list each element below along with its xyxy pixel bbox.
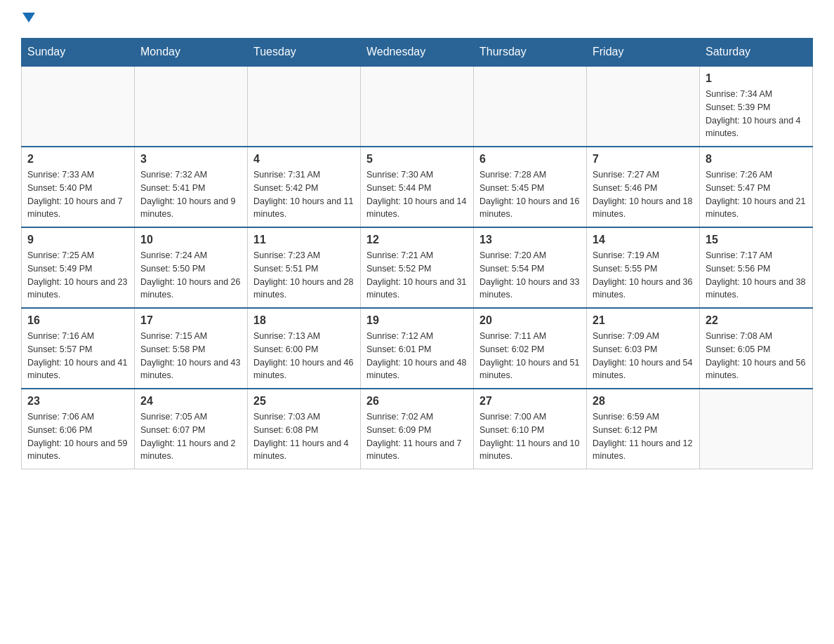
weekday-header-wednesday: Wednesday [361, 39, 474, 67]
calendar-cell: 11Sunrise: 7:23 AM Sunset: 5:51 PM Dayli… [248, 227, 361, 308]
day-info: Sunrise: 7:19 AM Sunset: 5:55 PM Dayligh… [593, 249, 694, 302]
day-number: 27 [479, 395, 581, 408]
day-info: Sunrise: 7:23 AM Sunset: 5:51 PM Dayligh… [253, 249, 355, 302]
day-number: 8 [706, 153, 807, 166]
day-info: Sunrise: 7:15 AM Sunset: 5:58 PM Dayligh… [140, 330, 241, 382]
day-number: 6 [479, 153, 581, 166]
day-number: 17 [140, 314, 241, 327]
day-number: 11 [253, 234, 355, 246]
day-number: 13 [479, 234, 581, 246]
calendar-cell: 28Sunrise: 6:59 AM Sunset: 6:12 PM Dayli… [587, 389, 700, 469]
day-number: 15 [706, 234, 807, 246]
day-info: Sunrise: 7:06 AM Sunset: 6:06 PM Dayligh… [27, 410, 128, 463]
calendar-cell: 24Sunrise: 7:05 AM Sunset: 6:07 PM Dayli… [135, 389, 248, 469]
calendar-cell [587, 66, 700, 147]
calendar-cell: 4Sunrise: 7:31 AM Sunset: 5:42 PM Daylig… [248, 147, 361, 227]
calendar-cell: 9Sunrise: 7:25 AM Sunset: 5:49 PM Daylig… [22, 227, 135, 308]
week-row-4: 16Sunrise: 7:16 AM Sunset: 5:57 PM Dayli… [22, 308, 813, 389]
day-number: 25 [253, 395, 355, 408]
weekday-header-friday: Friday [587, 39, 700, 67]
day-info: Sunrise: 7:21 AM Sunset: 5:52 PM Dayligh… [366, 249, 468, 302]
day-info: Sunrise: 7:08 AM Sunset: 6:05 PM Dayligh… [706, 330, 807, 382]
day-info: Sunrise: 7:25 AM Sunset: 5:49 PM Dayligh… [27, 249, 128, 302]
day-info: Sunrise: 7:34 AM Sunset: 5:39 PM Dayligh… [706, 88, 807, 140]
calendar-cell: 14Sunrise: 7:19 AM Sunset: 5:55 PM Dayli… [587, 227, 700, 308]
calendar-cell [361, 66, 474, 147]
day-number: 9 [27, 234, 128, 246]
logo [21, 14, 35, 24]
week-row-3: 9Sunrise: 7:25 AM Sunset: 5:49 PM Daylig… [22, 227, 813, 308]
calendar-cell [22, 66, 135, 147]
day-number: 28 [593, 395, 694, 408]
calendar-cell [135, 66, 248, 147]
day-info: Sunrise: 7:33 AM Sunset: 5:40 PM Dayligh… [27, 168, 128, 221]
week-row-2: 2Sunrise: 7:33 AM Sunset: 5:40 PM Daylig… [22, 147, 813, 227]
day-info: Sunrise: 7:27 AM Sunset: 5:46 PM Dayligh… [593, 168, 694, 221]
day-info: Sunrise: 7:11 AM Sunset: 6:02 PM Dayligh… [479, 330, 581, 382]
day-info: Sunrise: 7:32 AM Sunset: 5:41 PM Dayligh… [140, 168, 241, 221]
calendar-cell: 19Sunrise: 7:12 AM Sunset: 6:01 PM Dayli… [361, 308, 474, 389]
calendar-cell: 7Sunrise: 7:27 AM Sunset: 5:46 PM Daylig… [587, 147, 700, 227]
day-number: 19 [366, 314, 468, 327]
logo-triangle-icon [22, 13, 35, 22]
calendar-cell: 5Sunrise: 7:30 AM Sunset: 5:44 PM Daylig… [361, 147, 474, 227]
calendar-cell: 10Sunrise: 7:24 AM Sunset: 5:50 PM Dayli… [135, 227, 248, 308]
day-info: Sunrise: 7:16 AM Sunset: 5:57 PM Dayligh… [27, 330, 128, 382]
calendar-cell: 26Sunrise: 7:02 AM Sunset: 6:09 PM Dayli… [361, 389, 474, 469]
day-number: 22 [706, 314, 807, 327]
day-number: 21 [593, 314, 694, 327]
calendar-cell: 17Sunrise: 7:15 AM Sunset: 5:58 PM Dayli… [135, 308, 248, 389]
day-info: Sunrise: 7:17 AM Sunset: 5:56 PM Dayligh… [706, 249, 807, 302]
day-number: 1 [706, 72, 807, 85]
calendar-cell [248, 66, 361, 147]
day-number: 2 [27, 153, 128, 166]
day-info: Sunrise: 7:28 AM Sunset: 5:45 PM Dayligh… [479, 168, 581, 221]
page-header [21, 14, 813, 24]
weekday-header-saturday: Saturday [700, 39, 813, 67]
day-info: Sunrise: 7:26 AM Sunset: 5:47 PM Dayligh… [706, 168, 807, 221]
calendar-cell [474, 66, 587, 147]
day-info: Sunrise: 7:20 AM Sunset: 5:54 PM Dayligh… [479, 249, 581, 302]
calendar-cell [700, 389, 813, 469]
day-info: Sunrise: 7:31 AM Sunset: 5:42 PM Dayligh… [253, 168, 355, 221]
day-number: 18 [253, 314, 355, 327]
day-info: Sunrise: 7:13 AM Sunset: 6:00 PM Dayligh… [253, 330, 355, 382]
calendar-header-row: SundayMondayTuesdayWednesdayThursdayFrid… [22, 39, 813, 67]
calendar-cell: 16Sunrise: 7:16 AM Sunset: 5:57 PM Dayli… [22, 308, 135, 389]
weekday-header-monday: Monday [135, 39, 248, 67]
weekday-header-thursday: Thursday [474, 39, 587, 67]
day-number: 12 [366, 234, 468, 246]
day-number: 5 [366, 153, 468, 166]
day-info: Sunrise: 6:59 AM Sunset: 6:12 PM Dayligh… [593, 410, 694, 463]
calendar-cell: 6Sunrise: 7:28 AM Sunset: 5:45 PM Daylig… [474, 147, 587, 227]
day-info: Sunrise: 7:12 AM Sunset: 6:01 PM Dayligh… [366, 330, 468, 382]
day-number: 4 [253, 153, 355, 166]
calendar-cell: 8Sunrise: 7:26 AM Sunset: 5:47 PM Daylig… [700, 147, 813, 227]
day-number: 3 [140, 153, 241, 166]
calendar-cell: 25Sunrise: 7:03 AM Sunset: 6:08 PM Dayli… [248, 389, 361, 469]
weekday-header-sunday: Sunday [22, 39, 135, 67]
calendar-cell: 13Sunrise: 7:20 AM Sunset: 5:54 PM Dayli… [474, 227, 587, 308]
day-number: 26 [366, 395, 468, 408]
day-info: Sunrise: 7:09 AM Sunset: 6:03 PM Dayligh… [593, 330, 694, 382]
calendar-cell: 2Sunrise: 7:33 AM Sunset: 5:40 PM Daylig… [22, 147, 135, 227]
day-number: 24 [140, 395, 241, 408]
day-info: Sunrise: 7:24 AM Sunset: 5:50 PM Dayligh… [140, 249, 241, 302]
day-number: 23 [27, 395, 128, 408]
day-info: Sunrise: 7:30 AM Sunset: 5:44 PM Dayligh… [366, 168, 468, 221]
day-number: 10 [140, 234, 241, 246]
calendar-table: SundayMondayTuesdayWednesdayThursdayFrid… [21, 38, 813, 469]
calendar-cell: 20Sunrise: 7:11 AM Sunset: 6:02 PM Dayli… [474, 308, 587, 389]
day-info: Sunrise: 7:05 AM Sunset: 6:07 PM Dayligh… [140, 410, 241, 463]
calendar-cell: 22Sunrise: 7:08 AM Sunset: 6:05 PM Dayli… [700, 308, 813, 389]
weekday-header-tuesday: Tuesday [248, 39, 361, 67]
calendar-cell: 23Sunrise: 7:06 AM Sunset: 6:06 PM Dayli… [22, 389, 135, 469]
calendar-cell: 12Sunrise: 7:21 AM Sunset: 5:52 PM Dayli… [361, 227, 474, 308]
day-info: Sunrise: 7:03 AM Sunset: 6:08 PM Dayligh… [253, 410, 355, 463]
week-row-5: 23Sunrise: 7:06 AM Sunset: 6:06 PM Dayli… [22, 389, 813, 469]
calendar-cell: 15Sunrise: 7:17 AM Sunset: 5:56 PM Dayli… [700, 227, 813, 308]
day-number: 20 [479, 314, 581, 327]
calendar-cell: 21Sunrise: 7:09 AM Sunset: 6:03 PM Dayli… [587, 308, 700, 389]
day-info: Sunrise: 7:02 AM Sunset: 6:09 PM Dayligh… [366, 410, 468, 463]
day-number: 16 [27, 314, 128, 327]
